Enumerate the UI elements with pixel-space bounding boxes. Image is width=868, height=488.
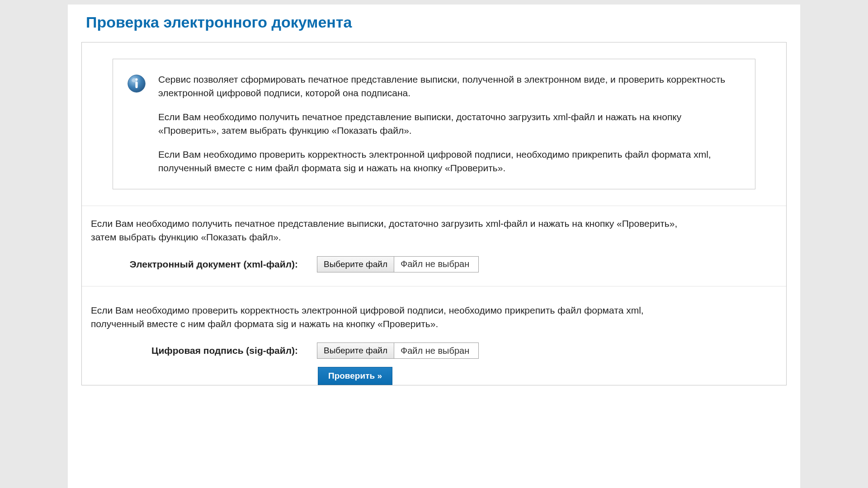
- sig-field-row: Цифровая подпись (sig-файл): Выберите фа…: [105, 343, 777, 359]
- svg-rect-3: [135, 81, 137, 88]
- page-title: Проверка электронного документа: [86, 14, 787, 31]
- sig-file-status: Файл не выбран: [394, 343, 478, 358]
- sig-section-text: Если Вам необходимо проверить корректнос…: [91, 304, 679, 331]
- info-icon: [127, 74, 146, 94]
- xml-file-control: Выберите файл Файл не выбран: [317, 256, 479, 272]
- xml-file-status: Файл не выбран: [394, 257, 478, 272]
- main-card: Сервис позволяет сформировать печатное п…: [81, 42, 787, 385]
- xml-section-text: Если Вам необходимо получить печатное пр…: [91, 217, 679, 244]
- submit-row: Проверить »: [105, 367, 777, 385]
- info-paragraph-3: Если Вам необходимо проверить корректнос…: [158, 148, 737, 175]
- submit-button[interactable]: Проверить »: [318, 367, 392, 385]
- info-paragraph-2: Если Вам необходимо получить печатное пр…: [158, 110, 737, 138]
- xml-field-label: Электронный документ (xml-файл):: [105, 259, 300, 270]
- page-container: Проверка электронного документа: [68, 5, 800, 488]
- info-paragraph-1: Сервис позволяет сформировать печатное п…: [158, 73, 737, 100]
- sig-file-control: Выберите файл Файл не выбран: [317, 343, 479, 359]
- sig-choose-file-button[interactable]: Выберите файл: [317, 343, 394, 358]
- sig-field-label: Цифровая подпись (sig-файл):: [105, 345, 300, 356]
- sig-section: Если Вам необходимо проверить корректнос…: [82, 286, 786, 385]
- info-box: Сервис позволяет сформировать печатное п…: [113, 59, 755, 189]
- info-text: Сервис позволяет сформировать печатное п…: [158, 73, 737, 175]
- svg-point-2: [135, 78, 137, 80]
- xml-field-row: Электронный документ (xml-файл): Выберит…: [105, 256, 777, 272]
- xml-choose-file-button[interactable]: Выберите файл: [317, 257, 394, 272]
- xml-section: Если Вам необходимо получить печатное пр…: [82, 206, 786, 286]
